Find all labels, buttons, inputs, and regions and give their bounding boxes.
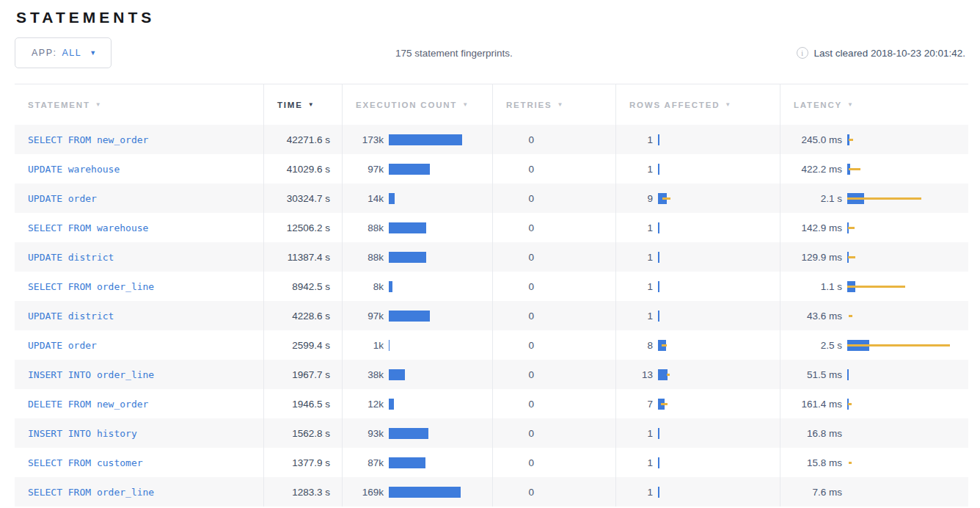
execution-count-bar-blue[interactable] [389,340,390,351]
statement-link[interactable]: INSERT INTO order_line [28,369,154,380]
rows-affected-bar[interactable] [658,252,780,263]
rows-affected-bar-blue[interactable] [658,311,659,322]
latency-bar[interactable] [847,311,968,322]
rows-affected-bar[interactable] [658,399,780,410]
execution-count-bar-blue[interactable] [389,399,394,410]
execution-count-bar-blue[interactable] [389,164,430,175]
statement-link[interactable]: SELECT FROM order_line [28,487,154,498]
latency-bar[interactable] [847,428,968,439]
rows-affected-bar[interactable] [658,340,780,351]
statement-link[interactable]: SELECT FROM order_line [28,281,154,292]
statement-link[interactable]: UPDATE district [28,252,114,263]
rows-affected-bar-blue[interactable] [658,222,659,233]
rows-affected-bar-blue[interactable] [658,134,659,145]
rows-affected-bar[interactable] [658,281,780,292]
execution-count-bar-blue[interactable] [389,281,392,292]
latency-bar[interactable] [847,193,968,204]
execution-count-value: 1k [343,340,384,351]
rows-affected-bar-blue[interactable] [658,164,659,175]
execution-count-bar-blue[interactable] [389,369,405,380]
execution-count-bar[interactable] [389,281,492,292]
latency-value: 161.4 ms [780,399,842,410]
rows-affected-bar[interactable] [658,428,780,439]
execution-count-bar-blue[interactable] [389,457,425,468]
rows-affected-bar-blue[interactable] [658,487,659,498]
latency-bar-yellow[interactable] [848,227,855,229]
column-header-latency[interactable]: LATENCY▼ [780,84,968,125]
rows-affected-bar-blue[interactable] [658,281,659,292]
statement-link[interactable]: UPDATE order [28,193,97,204]
latency-bar[interactable] [847,281,968,292]
execution-count-bar-blue[interactable] [389,428,428,439]
execution-count-bar[interactable] [389,311,492,322]
rows-affected-bar[interactable] [658,222,780,233]
execution-count-bar-blue[interactable] [389,134,462,145]
latency-bar-blue[interactable] [847,369,849,380]
rows-affected-bar-yellow[interactable] [662,344,667,346]
latency-bar-yellow[interactable] [848,256,855,258]
execution-count-bar[interactable] [389,428,492,439]
execution-count-bar[interactable] [389,399,492,410]
statement-link[interactable]: SELECT FROM warehouse [28,222,148,233]
statement-link[interactable]: INSERT INTO history [28,428,137,439]
latency-bar[interactable] [847,399,968,410]
rows-affected-bar[interactable] [658,487,780,498]
latency-bar[interactable] [847,134,968,145]
execution-count-bar-blue[interactable] [389,222,426,233]
rows-affected-bar[interactable] [658,311,780,322]
execution-count-bar-blue[interactable] [389,252,426,263]
rows-affected-bar[interactable] [658,164,780,175]
latency-bar[interactable] [847,340,968,351]
latency-bar-yellow[interactable] [849,462,852,464]
execution-count-bar[interactable] [389,252,492,263]
statement-link[interactable]: SELECT FROM customer [28,457,143,468]
latency-bar-yellow[interactable] [847,344,950,346]
column-header-rows-affected[interactable]: ROWS AFFECTED▼ [616,84,780,125]
rows-affected-bar[interactable] [658,134,780,145]
execution-count-bar-blue[interactable] [389,487,461,498]
rows-affected-bar-yellow[interactable] [662,197,670,200]
latency-bar-yellow[interactable] [847,286,905,288]
app-filter-dropdown[interactable]: APP: ALL ▼ [15,37,111,68]
execution-count-bar-blue[interactable] [389,193,395,204]
info-icon[interactable]: i [797,47,808,59]
rows-affected-bar-blue[interactable] [658,428,659,439]
execution-count-bar[interactable] [389,340,492,351]
latency-bar[interactable] [847,164,968,175]
statement-link[interactable]: SELECT FROM new_order [28,134,148,145]
rows-affected-bar-yellow[interactable] [661,403,668,405]
latency-bar[interactable] [847,252,968,263]
statement-link[interactable]: UPDATE district [28,311,114,322]
latency-bar[interactable] [847,222,968,233]
rows-affected-bar[interactable] [658,369,780,380]
rows-affected-bar[interactable] [658,457,780,468]
rows-affected-bar[interactable] [658,193,780,204]
statement-link[interactable]: UPDATE order [28,340,97,351]
rows-affected-bar-blue[interactable] [658,252,659,263]
latency-bar[interactable] [847,369,968,380]
execution-count-bar[interactable] [389,164,492,175]
column-header-retries[interactable]: RETRIES▼ [493,84,616,125]
execution-count-bar[interactable] [389,487,492,498]
latency-bar-yellow[interactable] [849,168,860,170]
execution-count-bar[interactable] [389,369,492,380]
column-header-statement[interactable]: STATEMENT▼ [15,84,264,125]
rows-affected-cell: 1 [616,301,780,330]
column-header-time[interactable]: TIME▼ [264,84,343,125]
latency-bar-yellow[interactable] [849,315,852,317]
statement-link[interactable]: UPDATE warehouse [28,164,120,175]
execution-count-bar[interactable] [389,134,492,145]
latency-bar[interactable] [847,457,968,468]
rows-affected-bar-blue[interactable] [658,457,659,468]
latency-bar-yellow[interactable] [848,403,852,405]
execution-count-bar[interactable] [389,222,492,233]
latency-bar-yellow[interactable] [849,139,853,141]
latency-bar[interactable] [847,487,968,498]
latency-bar-yellow[interactable] [847,197,921,200]
execution-count-bar[interactable] [389,457,492,468]
execution-count-bar[interactable] [389,193,492,204]
column-header-execution-count[interactable]: EXECUTION COUNT▼ [343,84,493,125]
execution-count-bar-blue[interactable] [389,311,430,322]
rows-affected-bar-yellow[interactable] [667,374,670,376]
statement-link[interactable]: DELETE FROM new_order [28,399,148,410]
